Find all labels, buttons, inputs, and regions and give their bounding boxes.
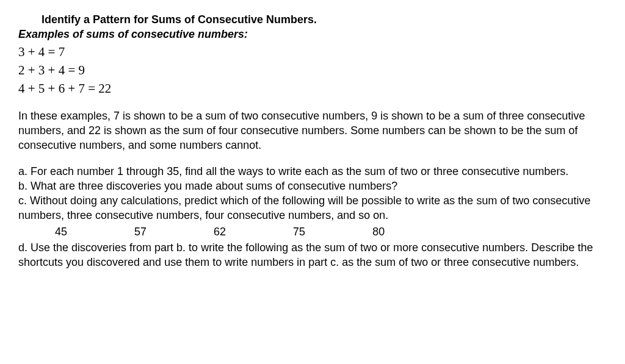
number-4: 75 bbox=[293, 224, 305, 239]
explanation-paragraph: In these examples, 7 is shown to be a su… bbox=[18, 109, 607, 153]
question-d: d. Use the discoveries from part b. to w… bbox=[18, 240, 607, 270]
number-1: 45 bbox=[55, 224, 67, 239]
number-3: 62 bbox=[214, 224, 226, 239]
question-c: c. Without doing any calculations, predi… bbox=[18, 193, 607, 223]
number-5: 80 bbox=[372, 224, 385, 239]
question-a: a. For each number 1 through 35, find al… bbox=[18, 164, 607, 179]
equation-3: 4 + 5 + 6 + 7 = 22 bbox=[18, 80, 607, 97]
equation-2: 2 + 3 + 4 = 9 bbox=[18, 62, 607, 79]
examples-subtitle: Examples of sums of consecutive numbers: bbox=[18, 27, 607, 41]
equation-1: 3 + 4 = 7 bbox=[18, 43, 607, 60]
number-row: 45 57 62 75 80 bbox=[55, 224, 607, 239]
document-title: Identify a Pattern for Sums of Consecuti… bbox=[42, 12, 607, 27]
question-b: b. What are three discoveries you made a… bbox=[18, 179, 607, 193]
number-2: 57 bbox=[134, 224, 146, 239]
